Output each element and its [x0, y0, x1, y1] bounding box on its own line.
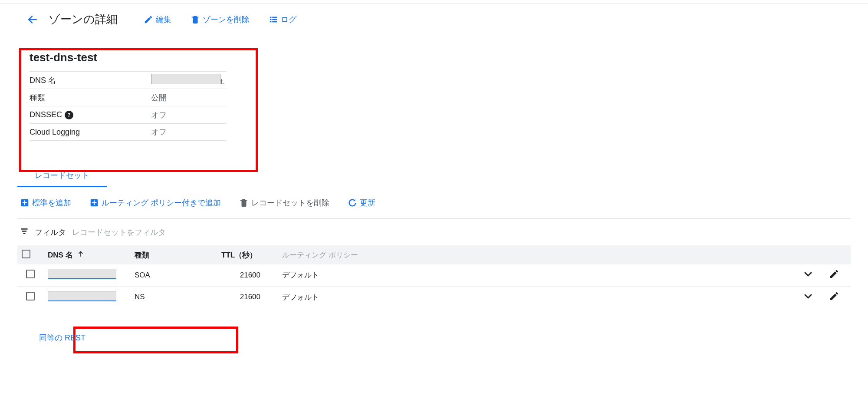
svg-rect-9: [21, 228, 28, 230]
zone-detail-card: test-dns-test DNS 名 t. 種類 公開 DNSSEC ? オフ…: [17, 45, 239, 143]
edit-button[interactable]: 編集: [144, 14, 171, 25]
refresh-icon: [348, 198, 357, 208]
meta-value: t.: [151, 74, 225, 86]
meta-row-dns-name: DNS 名 t.: [30, 71, 227, 89]
records-table: DNS 名 種類 TTL（秒） ルーティング ポリシー SOA 2: [17, 245, 851, 308]
page-title: ゾーンの詳細: [49, 12, 118, 27]
tab-record-sets[interactable]: レコードセット: [17, 165, 107, 187]
svg-rect-4: [272, 19, 277, 20]
cell-policy: デフォルト: [278, 286, 799, 308]
delete-zone-button[interactable]: ゾーンを削除: [191, 14, 250, 25]
header-actions: 編集 ゾーンを削除 ログ: [144, 14, 296, 25]
row-checkbox[interactable]: [26, 270, 35, 278]
arrow-left-icon: [27, 14, 38, 25]
meta-label: DNSSEC ?: [30, 110, 151, 119]
meta-value: オフ: [151, 110, 167, 120]
dns-name-redacted[interactable]: [48, 269, 116, 279]
pencil-icon: [144, 15, 153, 24]
meta-value: オフ: [151, 127, 167, 137]
refresh-button[interactable]: 更新: [348, 198, 375, 208]
cell-ttl: 21600: [217, 264, 278, 286]
tabs: レコードセット: [17, 165, 851, 187]
refresh-label: 更新: [360, 198, 375, 208]
svg-rect-6: [272, 21, 277, 22]
plus-box-icon: [89, 198, 99, 208]
meta-label: Cloud Logging: [30, 128, 151, 137]
recordset-toolbar: 標準を追加 ルーティング ポリシー付きで追加 レコードセットを削除 更新: [17, 187, 851, 219]
svg-rect-1: [270, 16, 272, 18]
trash-icon: [191, 15, 200, 24]
sort-arrow-up-icon: [77, 251, 84, 257]
chevron-down-icon[interactable]: [803, 291, 813, 301]
header-checkbox-cell: [17, 245, 43, 264]
logs-button[interactable]: ログ: [269, 14, 296, 25]
zone-name: test-dns-test: [30, 51, 227, 64]
filter-label: フィルタ: [35, 227, 66, 238]
table-row: NS 21600 デフォルト: [17, 286, 851, 308]
rest-equivalent-link[interactable]: 同等の REST: [17, 333, 851, 343]
table-header-row: DNS 名 種類 TTL（秒） ルーティング ポリシー: [17, 245, 851, 264]
dns-name-redacted[interactable]: [48, 291, 116, 301]
delete-zone-label: ゾーンを削除: [203, 14, 250, 25]
meta-label: 種類: [30, 92, 151, 103]
col-dns-name-label: DNS 名: [48, 251, 73, 259]
cell-ttl: 21600: [217, 286, 278, 308]
filter-row: フィルタ レコードセットをフィルタ: [17, 219, 851, 245]
header-bar: ゾーンの詳細 編集 ゾーンを削除 ログ: [0, 4, 868, 35]
col-routing-policy[interactable]: ルーティング ポリシー: [278, 245, 799, 264]
meta-label: DNS 名: [30, 75, 151, 86]
meta-row-dnssec: DNSSEC ? オフ: [30, 106, 227, 123]
delete-recordset-button[interactable]: レコードセットを削除: [239, 198, 329, 208]
add-with-routing-button[interactable]: ルーティング ポリシー付きで追加: [89, 198, 221, 208]
svg-rect-11: [23, 233, 26, 234]
trash-icon: [239, 198, 249, 208]
pencil-icon[interactable]: [829, 291, 839, 301]
meta-row-cloud-logging: Cloud Logging オフ: [30, 123, 227, 141]
col-dns-name[interactable]: DNS 名: [43, 245, 130, 264]
meta-value: 公開: [151, 92, 167, 103]
filter-input[interactable]: レコードセットをフィルタ: [72, 227, 166, 238]
chevron-down-icon[interactable]: [803, 269, 813, 279]
cell-type: SOA: [130, 264, 217, 286]
back-button[interactable]: [27, 14, 38, 25]
pencil-icon[interactable]: [829, 269, 839, 279]
select-all-checkbox[interactable]: [22, 250, 30, 258]
logs-label: ログ: [281, 14, 296, 25]
col-actions: [799, 245, 851, 264]
help-icon[interactable]: ?: [65, 111, 73, 119]
list-icon: [269, 15, 278, 24]
svg-rect-10: [22, 231, 26, 232]
add-standard-label: 標準を追加: [32, 198, 71, 208]
row-checkbox[interactable]: [26, 292, 35, 300]
table-row: SOA 21600 デフォルト: [17, 264, 851, 286]
redacted-box: [151, 74, 220, 84]
add-with-routing-label: ルーティング ポリシー付きで追加: [102, 198, 221, 208]
delete-recordset-label: レコードセットを削除: [251, 198, 329, 208]
cell-policy: デフォルト: [278, 264, 799, 286]
svg-rect-2: [272, 16, 277, 18]
meta-row-type: 種類 公開: [30, 89, 227, 106]
cell-type: NS: [130, 286, 217, 308]
svg-rect-5: [270, 21, 272, 22]
dnssec-label: DNSSEC: [30, 110, 62, 119]
add-standard-button[interactable]: 標準を追加: [20, 198, 71, 208]
plus-box-icon: [20, 198, 30, 208]
filter-icon[interactable]: [20, 227, 29, 238]
col-type[interactable]: 種類: [130, 245, 217, 264]
svg-rect-3: [270, 19, 272, 20]
edit-label: 編集: [156, 14, 171, 25]
content-area: test-dns-test DNS 名 t. 種類 公開 DNSSEC ? オフ…: [0, 35, 868, 343]
dns-suffix: t.: [220, 77, 225, 86]
col-ttl[interactable]: TTL（秒）: [217, 245, 278, 264]
